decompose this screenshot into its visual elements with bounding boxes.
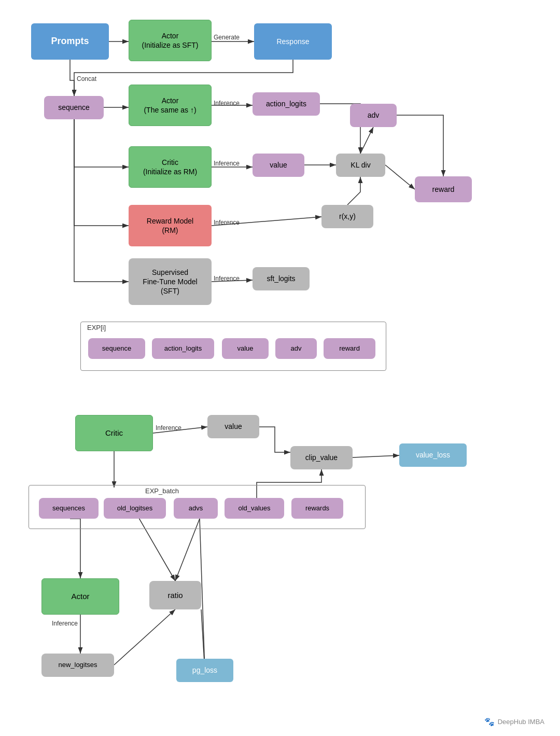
- new-logitses-node: new_logitses: [41, 654, 114, 677]
- pg-loss-label: pg_loss: [192, 665, 217, 675]
- ratio-node: ratio: [149, 581, 201, 609]
- reward-node: reward: [415, 176, 472, 202]
- sequences-node: sequences: [39, 498, 99, 519]
- actor-sft-node: Actor(Initialize as SFT): [129, 20, 212, 61]
- svg-line-11: [353, 455, 399, 457]
- watermark-text: DeepHub IMBA: [498, 718, 544, 726]
- value2-label: value: [225, 422, 242, 431]
- reward-label: reward: [432, 185, 455, 194]
- exp-i-label: EXP[i]: [87, 324, 106, 331]
- actor2-label: Actor: [71, 591, 89, 602]
- actor-mid-label: Actor(The same as ↑): [144, 96, 196, 115]
- advs-label: advs: [189, 504, 203, 513]
- diagram-container: Prompts Actor(Initialize as SFT) Generat…: [0, 0, 560, 736]
- critic-node: Critic(Initialize as RM): [129, 146, 212, 188]
- sft-model-node: SupervisedFine-Tune Model(SFT): [129, 258, 212, 305]
- value-loss-label: value_loss: [416, 450, 450, 460]
- clip-value-node: clip_value: [290, 446, 353, 469]
- actor-sft-label: Actor(Initialize as SFT): [142, 31, 199, 50]
- value2-node: value: [207, 415, 259, 438]
- generate-label: Generate: [214, 34, 240, 41]
- response-label: Response: [276, 37, 309, 46]
- kl-div-label: KL div: [351, 160, 370, 170]
- action-logits-node: action_logits: [253, 92, 320, 116]
- action-logits-label: action_logits: [266, 99, 306, 108]
- inference5-label: Inference: [156, 424, 181, 432]
- old-logitses-node: old_logitses: [104, 498, 166, 519]
- exp-seq-label: sequence: [102, 344, 131, 353]
- old-logitses-label: old_logitses: [117, 504, 153, 513]
- inference3-label: Inference: [214, 219, 240, 226]
- pg-loss-node: pg_loss: [176, 659, 233, 682]
- sequence-node: sequence: [44, 96, 104, 119]
- concat-text: Concat: [77, 75, 96, 82]
- exp-batch-label: EXP_batch: [145, 487, 179, 495]
- inference2-label: Inference: [214, 160, 240, 167]
- exp-al-node: action_logits: [152, 338, 214, 359]
- value-label: value: [270, 160, 287, 170]
- exp-seq-node: sequence: [88, 338, 145, 359]
- exp-adv-node: adv: [275, 338, 317, 359]
- generate-text: Generate: [214, 34, 240, 41]
- reward-model-label: Reward Model(RM): [147, 216, 193, 235]
- sft-logits-node: sft_logits: [253, 267, 310, 290]
- exp-al-label: action_logits: [164, 344, 202, 353]
- prompts-node: Prompts: [31, 23, 109, 60]
- prompts-label: Prompts: [51, 35, 89, 47]
- clip-value-label: clip_value: [305, 453, 338, 462]
- rewards-node: rewards: [291, 498, 343, 519]
- adv-top-label: adv: [368, 110, 380, 120]
- inference4-label: Inference: [214, 275, 240, 282]
- svg-line-9: [385, 165, 415, 189]
- exp-rew-node: reward: [324, 338, 375, 359]
- response-node: Response: [254, 23, 332, 60]
- advs-node: advs: [174, 498, 218, 519]
- concat-label: Concat: [77, 75, 96, 82]
- old-values-label: old_values: [238, 504, 270, 513]
- ratio-label: ratio: [167, 590, 183, 601]
- rxy-node: r(x,y): [321, 205, 373, 228]
- inference1-label: Inference: [214, 100, 240, 107]
- sequences-label: sequences: [52, 504, 85, 513]
- rewards-label: rewards: [305, 504, 329, 513]
- old-values-node: old_values: [225, 498, 284, 519]
- kl-div-node: KL div: [336, 154, 385, 177]
- inference6-label: Inference: [52, 620, 78, 627]
- reward-model-node: Reward Model(RM): [129, 205, 212, 246]
- critic2-label: Critic: [105, 428, 123, 438]
- exp-rew-label: reward: [339, 344, 360, 353]
- actor-mid-node: Actor(The same as ↑): [129, 85, 212, 126]
- exp-i-text: EXP[i]: [87, 324, 106, 331]
- critic2-node: Critic: [75, 415, 153, 451]
- critic-label: Critic(Initialize as RM): [143, 158, 197, 176]
- sft-model-label: SupervisedFine-Tune Model(SFT): [143, 268, 197, 296]
- sequence-label: sequence: [58, 103, 90, 112]
- rxy-label: r(x,y): [339, 212, 356, 221]
- exp-val-node: value: [222, 338, 269, 359]
- value-node: value: [253, 154, 304, 177]
- sft-logits-label: sft_logits: [267, 274, 295, 283]
- watermark-icon: 🐾: [484, 717, 495, 727]
- exp-val-label: value: [237, 344, 253, 353]
- value-loss-node: value_loss: [399, 443, 467, 467]
- exp-batch-text: EXP_batch: [145, 487, 179, 495]
- actor2-node: Actor: [41, 578, 119, 615]
- exp-adv-label: adv: [291, 344, 302, 353]
- adv-top-node: adv: [350, 104, 397, 127]
- watermark: 🐾 DeepHub IMBA: [484, 717, 544, 727]
- new-logitses-label: new_logitses: [58, 661, 97, 670]
